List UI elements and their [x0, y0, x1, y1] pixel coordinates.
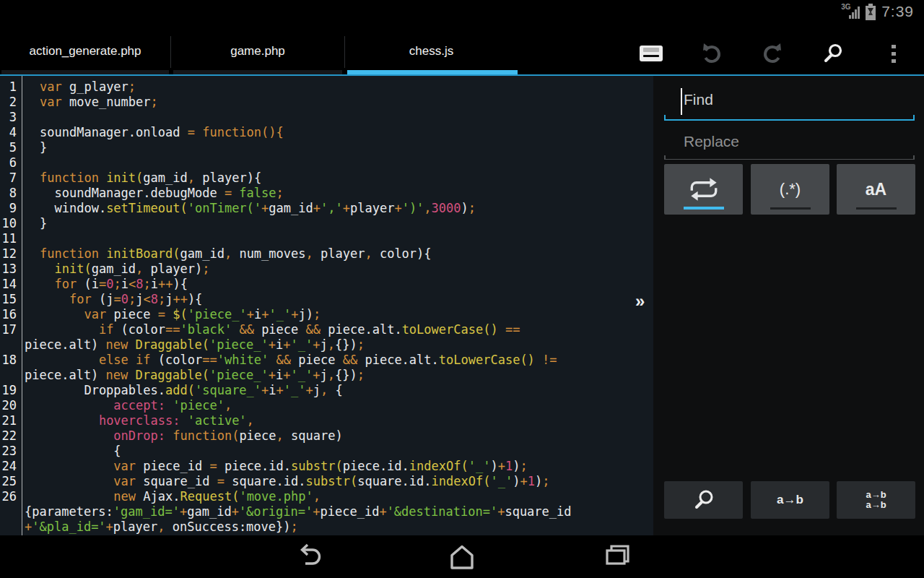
code-row: 20 accept: 'piece',	[0, 398, 653, 413]
tab-action-generate-php[interactable]: action_generate.php	[0, 33, 170, 70]
overflow-dots-icon	[892, 45, 896, 63]
code-row: 4soundManager.onload = function(){	[0, 125, 653, 140]
line-number: 10	[0, 216, 22, 231]
code-row: 21 hoverclass: 'active',	[0, 413, 653, 428]
find-underline	[664, 119, 915, 121]
replace-underline	[664, 159, 915, 160]
replace-field	[664, 128, 915, 160]
find-field	[664, 83, 915, 121]
code-text: onDrop: function(piece, square)	[22, 428, 343, 444]
home-button[interactable]	[430, 540, 494, 574]
tab-chess-js[interactable]: chess.js	[344, 33, 518, 70]
code-text: init(gam_id, player);	[22, 262, 210, 277]
signal-3g-icon: 3G	[841, 3, 860, 20]
back-icon	[290, 541, 323, 573]
match-case-toggle[interactable]: aA	[837, 164, 915, 215]
code-row: piece.alt) new Draggable('piece_'+i+'_'+…	[0, 337, 653, 353]
code-editor[interactable]: 1var g_player;2var move_number;34soundMa…	[0, 76, 653, 535]
code-text: var piece = $('piece_'+i+'_'+j);	[22, 307, 321, 322]
search-button[interactable]	[803, 33, 863, 74]
line-number: 14	[0, 277, 22, 292]
code-text: function initBoard(gam_id, num_moves, pl…	[22, 246, 432, 262]
code-row: 1var g_player;	[0, 79, 653, 95]
status-bar: 3G 7:39	[0, 0, 924, 27]
tab-game-php[interactable]: game.php	[171, 33, 344, 70]
code-row: 7function init(gam_id, player){	[0, 171, 653, 186]
app-screen: 3G 7:39 action_generate.php game.php che…	[0, 0, 924, 578]
code-text: accept: 'piece',	[22, 398, 232, 413]
code-row: 26 new Ajax.Request('move.php',	[0, 489, 653, 504]
text-cursor	[681, 88, 682, 115]
wrap-around-toggle[interactable]	[664, 164, 743, 215]
code-text	[22, 231, 40, 246]
gutter-separator	[22, 76, 22, 535]
replace-all-button[interactable]: a→b a→b	[837, 481, 915, 519]
redo-button[interactable]	[742, 33, 803, 74]
code-text: var move_number;	[22, 95, 158, 110]
tab-separator	[170, 36, 171, 68]
code-text: }	[22, 216, 47, 231]
code-text: for (i=0;i<8;i++){	[22, 277, 188, 292]
line-number: 25	[0, 474, 22, 489]
code-text: {	[22, 444, 121, 459]
find-input[interactable]	[664, 83, 915, 121]
line-number: 23	[0, 444, 22, 459]
line-number: 18	[0, 353, 22, 368]
tab-separator	[344, 36, 345, 68]
back-button[interactable]	[274, 540, 339, 574]
clock: 7:39	[881, 3, 914, 20]
replace-input[interactable]	[664, 128, 915, 160]
line-number: 6	[0, 155, 22, 171]
code-row: {parameters:'gam_id='+gam_id+'&origin='+…	[0, 504, 653, 519]
code-text: {parameters:'gam_id='+gam_id+'&origin='+…	[0, 504, 572, 519]
code-text: if (color=='black' && piece && piece.alt…	[22, 322, 520, 337]
code-text: var piece_id = piece.id.substr(piece.id.…	[22, 459, 528, 474]
regex-toggle[interactable]: (.*)	[751, 164, 829, 215]
code-row: 2var move_number;	[0, 95, 653, 110]
code-row: 24 var piece_id = piece.id.substr(piece.…	[0, 459, 653, 474]
code-text: var square_id = square.id.substr(square.…	[22, 474, 549, 489]
code-row: 22 onDrop: function(piece, square)	[0, 428, 653, 444]
line-number: 24	[0, 459, 22, 474]
code-row: 6	[0, 155, 653, 171]
code-row: 23 {	[0, 444, 653, 459]
line-number: 9	[0, 201, 22, 216]
panel-collapse-handle[interactable]: »	[635, 291, 645, 311]
line-number: 4	[0, 125, 22, 140]
line-number: 2	[0, 95, 22, 110]
toggle-indicator	[770, 207, 811, 210]
home-icon	[445, 541, 479, 573]
code-row: 17 if (color=='black' && piece && piece.…	[0, 322, 653, 337]
match-case-label: aA	[866, 180, 886, 199]
undo-button[interactable]	[681, 33, 742, 74]
overflow-menu-button[interactable]	[863, 33, 924, 74]
code-text	[22, 110, 40, 125]
save-button[interactable]	[621, 33, 681, 74]
replace-one-button[interactable]: a→b	[751, 481, 829, 519]
code-text: soundManager.onload = function(){	[22, 125, 284, 140]
recents-button[interactable]	[585, 540, 650, 574]
undo-icon	[699, 41, 724, 66]
code-text: function init(gam_id, player){	[22, 171, 261, 186]
magnifier-icon	[692, 488, 716, 512]
tab-bar: action_generate.php game.php chess.js	[0, 33, 924, 76]
code-row: 9 window.setTimeout('onTimer('+gam_id+',…	[0, 201, 653, 216]
navigation-bar	[0, 535, 924, 578]
recents-icon	[601, 541, 634, 573]
code-text	[22, 155, 40, 171]
code-row: 15 for (j=0;j<8;j++){	[0, 292, 653, 307]
line-number: 20	[0, 398, 22, 413]
code-row: +'&pla_id='+player, onSuccess:move});	[0, 519, 653, 535]
code-row: 8 soundManager.debugMode = false;	[0, 186, 653, 201]
code-row: 25 var square_id = square.id.substr(squa…	[0, 474, 653, 489]
code-row: 12function initBoard(gam_id, num_moves, …	[0, 246, 653, 262]
toggle-indicator	[856, 207, 897, 210]
line-number: 22	[0, 428, 22, 444]
signal-bars-icon	[849, 7, 860, 19]
replace-one-label: a→b	[777, 493, 803, 507]
code-text: new Ajax.Request('move.php',	[22, 489, 321, 504]
code-row: piece.alt) new Draggable('piece_'+i+'_'+…	[0, 368, 653, 383]
code-text: hoverclass: 'active',	[22, 413, 254, 428]
replace-all-label: a→b a→b	[866, 490, 886, 510]
find-next-button[interactable]	[664, 481, 743, 519]
